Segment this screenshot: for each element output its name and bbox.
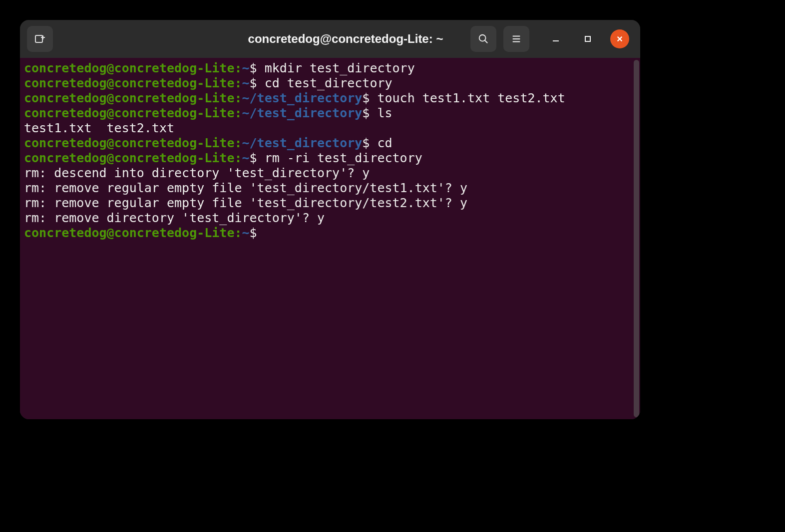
prompt-line: concretedog@concretedog-Lite:~/test_dire… (24, 106, 636, 121)
new-tab-icon (34, 33, 46, 45)
svg-rect-0 (35, 35, 42, 42)
prompt-line: concretedog@concretedog-Lite:~$ rm -ri t… (24, 151, 636, 166)
svg-line-4 (485, 40, 488, 43)
search-button[interactable] (470, 26, 496, 52)
terminal-window: concretedog@concretedog-Lite: ~ (20, 20, 640, 419)
new-tab-button[interactable] (27, 26, 53, 52)
prompt-line: concretedog@concretedog-Lite:~$ mkdir te… (24, 61, 636, 76)
titlebar: concretedog@concretedog-Lite: ~ (20, 20, 640, 58)
minimize-icon (552, 35, 560, 43)
window-controls (546, 29, 629, 48)
output-line: rm: remove directory 'test_directory'? y (24, 211, 636, 226)
minimize-button[interactable] (546, 29, 565, 48)
screenshot-frame: concretedog@concretedog-Lite: ~ (0, 0, 660, 439)
terminal-output[interactable]: concretedog@concretedog-Lite:~$ mkdir te… (24, 61, 636, 241)
prompt-line: concretedog@concretedog-Lite:~$ cd test_… (24, 76, 636, 91)
svg-point-3 (479, 35, 486, 41)
scrollbar[interactable] (634, 60, 639, 417)
prompt-line: concretedog@concretedog-Lite:~$ (24, 226, 636, 241)
output-line: test1.txt test2.txt (24, 121, 636, 136)
prompt-line: concretedog@concretedog-Lite:~/test_dire… (24, 91, 636, 106)
hamburger-icon (511, 33, 522, 44)
output-line: rm: remove regular empty file 'test_dire… (24, 181, 636, 196)
output-line: rm: remove regular empty file 'test_dire… (24, 196, 636, 211)
svg-rect-9 (585, 36, 590, 41)
maximize-button[interactable] (578, 29, 597, 48)
maximize-icon (584, 35, 592, 43)
prompt-line: concretedog@concretedog-Lite:~/test_dire… (24, 136, 636, 151)
close-icon (616, 35, 623, 42)
window-title: concretedog@concretedog-Lite: ~ (248, 32, 443, 46)
close-button[interactable] (610, 29, 629, 48)
terminal-body[interactable]: concretedog@concretedog-Lite:~$ mkdir te… (20, 58, 640, 419)
search-icon (478, 33, 489, 44)
output-line: rm: descend into directory 'test_directo… (24, 166, 636, 181)
hamburger-menu-button[interactable] (503, 26, 529, 52)
